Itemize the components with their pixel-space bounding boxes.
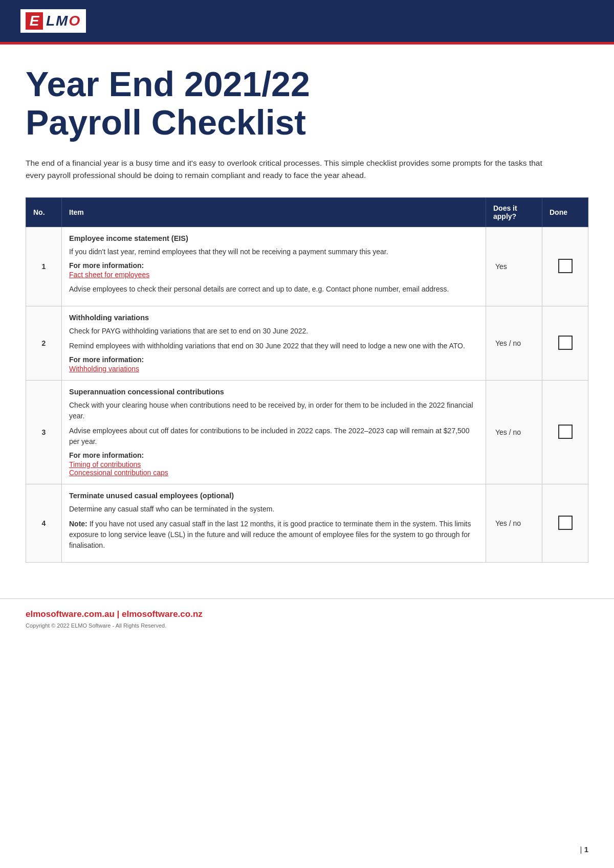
row1-number: 1 [26,227,62,306]
title-line2: Payroll Checklist [26,103,306,142]
row1-done [542,227,588,306]
table-row: 4 Terminate unused casual employees (opt… [26,484,588,563]
row2-info-label: For more information: [69,355,478,364]
row3-title: Superannuation concessional contribution… [69,388,478,396]
page-num-value: 1 [584,845,588,854]
row3-number: 3 [26,381,62,484]
row4-note-bold: Note: [69,520,87,528]
logo-o: O [69,13,81,29]
row4-checkbox[interactable] [558,516,573,530]
row4-done [542,484,588,563]
logo: E LMO [20,9,86,33]
row1-item: Employee income statement (EIS) If you d… [62,227,486,306]
row3-apply: Yes / no [486,381,542,484]
row1-checkbox[interactable] [558,259,573,273]
table-row: 3 Superannuation concessional contributi… [26,381,588,484]
row3-para1: Check with your clearing house when cont… [69,400,478,421]
footer-links[interactable]: elmosoftware.com.au | elmosoftware.co.nz [26,609,588,619]
table-row: 1 Employee income statement (EIS) If you… [26,227,588,306]
logo-e-letter: E [26,12,43,30]
row1-title: Employee income statement (EIS) [69,234,478,242]
row1-para1: If you didn't last year, remind employee… [69,247,478,257]
row2-link1[interactable]: Withholding variations [69,365,139,373]
table-row: 2 Withholding variations Check for PAYG … [26,306,588,381]
table-header-row: No. Item Does it apply? Done [26,198,588,227]
row2-checkbox[interactable] [558,336,573,350]
row2-title: Withholding variations [69,314,478,322]
logo-lmo-text: LMO [44,13,81,29]
page-footer: elmosoftware.com.au | elmosoftware.co.nz… [0,598,614,634]
intro-paragraph: The end of a financial year is a busy ti… [26,157,563,183]
row1-extra-para1: Advise employees to check their personal… [69,284,478,295]
row4-item: Terminate unused casual employees (optio… [62,484,486,563]
row4-apply: Yes / no [486,484,542,563]
col-header-item: Item [62,198,486,227]
row2-number: 2 [26,306,62,381]
row3-link1[interactable]: Timing of contributions [69,460,141,469]
row1-info-label: For more information: [69,261,478,270]
footer-separator: | [580,845,584,854]
row4-title: Terminate unused casual employees (optio… [69,492,478,500]
row3-item: Superannuation concessional contribution… [62,381,486,484]
row2-para1: Check for PAYG withholding variations th… [69,326,478,337]
logo-m: M [56,13,69,29]
footer-page-number: | 1 [580,845,588,854]
row3-info-label: For more information: [69,451,478,459]
main-content: Year End 2021/22 Payroll Checklist The e… [0,44,614,598]
row2-done [542,306,588,381]
checklist-table: No. Item Does it apply? Done 1 Employee … [26,197,588,563]
row2-item: Withholding variations Check for PAYG wi… [62,306,486,381]
row3-link2[interactable]: Concessional contribution caps [69,469,168,477]
row1-apply: Yes [486,227,542,306]
col-header-no: No. [26,198,62,227]
title-line1: Year End 2021/22 [26,64,310,103]
row4-note: Note: If you have not used any casual st… [69,519,478,551]
row3-checkbox[interactable] [558,425,573,439]
row2-para2: Remind employees with withholding variat… [69,341,478,351]
footer-copyright: Copyright © 2022 ELMO Software - All Rig… [26,622,588,629]
row3-para2: Advise employees about cut off dates for… [69,426,478,447]
col-header-done: Done [542,198,588,227]
page-header: E LMO [0,0,614,42]
row1-link1[interactable]: Fact sheet for employees [69,271,149,279]
row3-links: Timing of contributions Concessional con… [69,460,478,477]
row3-done [542,381,588,484]
col-header-apply: Does it apply? [486,198,542,227]
logo-l: L [46,13,56,29]
row4-note-text: If you have not used any casual staff in… [69,520,471,549]
page-title: Year End 2021/22 Payroll Checklist [26,65,588,142]
row2-apply: Yes / no [486,306,542,381]
row4-para1: Determine any casual staff who can be te… [69,504,478,515]
row4-number: 4 [26,484,62,563]
